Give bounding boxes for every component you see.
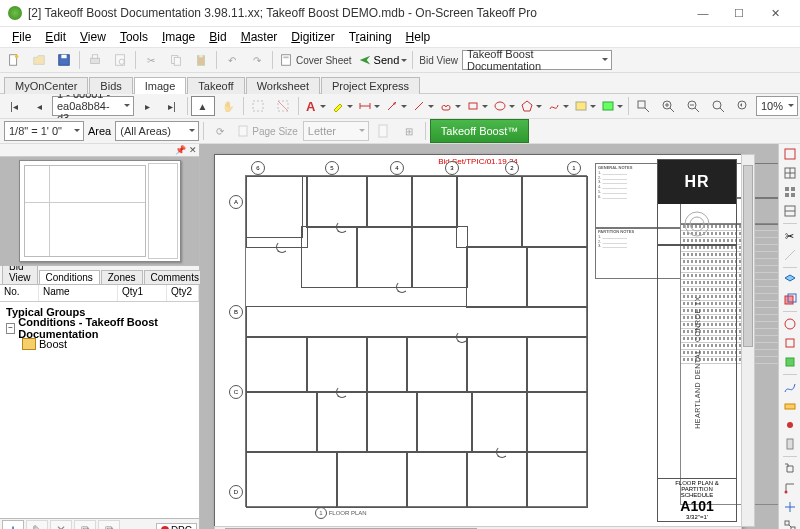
tab-image[interactable]: Image <box>134 77 187 94</box>
copy-button[interactable] <box>164 50 188 70</box>
zoom-in-button[interactable] <box>656 96 680 116</box>
named-view-tool[interactable] <box>572 96 598 116</box>
copy-condition-button[interactable]: ⧉ <box>98 520 120 529</box>
hotlink-tool[interactable] <box>599 96 625 116</box>
scale-combo[interactable]: 1/8" = 1' 0" <box>4 121 84 141</box>
menu-tools[interactable]: Tools <box>114 29 154 45</box>
tool-d[interactable] <box>782 379 798 395</box>
col-qty1[interactable]: Qty1 <box>118 285 167 301</box>
minimize-button[interactable]: — <box>686 3 720 23</box>
next-page-button[interactable]: ▸ <box>135 96 159 116</box>
cloud-tool[interactable] <box>437 96 463 116</box>
cover-sheet-button[interactable]: Cover Sheet <box>276 50 355 70</box>
maximize-button[interactable]: ☐ <box>722 3 756 23</box>
pin-icon[interactable]: 📌 ✕ <box>175 145 197 155</box>
menu-file[interactable]: File <box>6 29 37 45</box>
orientation-portrait[interactable] <box>371 121 395 141</box>
ellipse-tool[interactable] <box>491 96 517 116</box>
print-button[interactable] <box>83 50 107 70</box>
tool-j[interactable] <box>782 499 798 515</box>
text-annotation-tool[interactable]: A <box>302 96 328 116</box>
zoom-out-button[interactable] <box>681 96 705 116</box>
tab-takeoff[interactable]: Takeoff <box>187 77 244 94</box>
close-button[interactable]: ✕ <box>758 3 792 23</box>
edit-condition-button[interactable]: ✎ <box>26 520 48 529</box>
first-page-button[interactable]: |◂ <box>2 96 26 116</box>
left-tab-zones[interactable]: Zones <box>101 270 143 284</box>
zoom-combo[interactable]: 10% <box>756 96 798 116</box>
tool-f[interactable] <box>782 417 798 433</box>
duplicate-condition-button[interactable]: ⧉ <box>74 520 96 529</box>
page-size-button[interactable]: Page Size <box>234 121 301 141</box>
highlighter-tool[interactable] <box>329 96 355 116</box>
view-fit-button[interactable] <box>782 146 798 162</box>
tool-b[interactable] <box>782 335 798 351</box>
tool-i[interactable] <box>782 480 798 496</box>
takeoff-boost-button[interactable]: Takeoff Boost™ <box>430 119 529 143</box>
tool-k[interactable] <box>782 518 798 529</box>
deselect-tool[interactable] <box>271 96 295 116</box>
select-rect-tool[interactable] <box>246 96 270 116</box>
drawing-viewport[interactable]: Bid Set/TPIC/01.19.24 6 5 4 3 2 1 A B C … <box>200 144 778 529</box>
dimension-tool[interactable] <box>356 96 382 116</box>
pointer-tool[interactable]: ▲ <box>191 96 215 116</box>
area-combo[interactable]: (All Areas) <box>115 121 199 141</box>
rotate-button[interactable]: ⟳ <box>208 121 232 141</box>
tool-a[interactable] <box>782 316 798 332</box>
view-grid-button[interactable] <box>782 165 798 181</box>
vertical-scrollbar[interactable] <box>741 154 755 527</box>
zoom-extents-button[interactable] <box>706 96 730 116</box>
tab-bids[interactable]: Bids <box>89 77 132 94</box>
send-button[interactable]: Send <box>356 50 410 70</box>
menu-training[interactable]: Training <box>343 29 398 45</box>
left-tab-comments[interactable]: Comments <box>144 270 206 284</box>
new-button[interactable] <box>2 50 26 70</box>
view-thumbs-button[interactable] <box>782 184 798 200</box>
paste-button[interactable] <box>189 50 213 70</box>
polygon-tool[interactable] <box>518 96 544 116</box>
menu-digitizer[interactable]: Digitizer <box>285 29 340 45</box>
left-tab-conditions[interactable]: Conditions <box>39 270 100 284</box>
delete-condition-button[interactable]: ✕ <box>50 520 72 529</box>
add-condition-button[interactable]: + <box>2 520 24 529</box>
redo-button[interactable]: ↷ <box>245 50 269 70</box>
undo-button[interactable]: ↶ <box>220 50 244 70</box>
rectangle-tool[interactable] <box>464 96 490 116</box>
open-button[interactable] <box>27 50 51 70</box>
menu-master[interactable]: Master <box>235 29 284 45</box>
arrow-tool[interactable] <box>383 96 409 116</box>
menu-bid[interactable]: Bid <box>203 29 232 45</box>
overlay-button[interactable] <box>782 291 798 307</box>
tool-h[interactable] <box>782 461 798 477</box>
orientation-landscape[interactable]: ⊞ <box>397 121 421 141</box>
thumbnail-area[interactable] <box>0 157 199 266</box>
last-page-button[interactable]: ▸| <box>160 96 184 116</box>
bid-combo[interactable]: Takeoff Boost Documentation <box>462 50 612 70</box>
tree-conditions-root[interactable]: −Conditions - Takeoff Boost Documentatio… <box>0 320 199 336</box>
print-preview-button[interactable] <box>108 50 132 70</box>
page-combo[interactable]: 1 - 00001 - ea0a8b84-d3 <box>52 96 134 116</box>
measure-tool[interactable] <box>782 247 798 263</box>
paper-combo[interactable]: Letter <box>303 121 369 141</box>
tool-c[interactable] <box>782 354 798 370</box>
zoom-window-button[interactable] <box>631 96 655 116</box>
zoom-previous-button[interactable] <box>731 96 755 116</box>
tool-e[interactable] <box>782 398 798 414</box>
menu-view[interactable]: View <box>74 29 112 45</box>
prev-page-button[interactable]: ◂ <box>27 96 51 116</box>
line-tool[interactable] <box>410 96 436 116</box>
menu-help[interactable]: Help <box>400 29 437 45</box>
save-button[interactable] <box>52 50 76 70</box>
tab-project-express[interactable]: Project Express <box>321 77 420 94</box>
menu-edit[interactable]: Edit <box>39 29 72 45</box>
tool-g[interactable] <box>782 436 798 452</box>
layer-button[interactable] <box>782 272 798 288</box>
col-qty2[interactable]: Qty2 <box>167 285 199 301</box>
col-no[interactable]: No. <box>0 285 39 301</box>
tab-worksheet[interactable]: Worksheet <box>246 77 320 94</box>
cut-tool[interactable]: ✂ <box>782 228 798 244</box>
tab-myoncenter[interactable]: MyOnCenter <box>4 77 88 94</box>
col-name[interactable]: Name <box>39 285 118 301</box>
view-split-button[interactable] <box>782 203 798 219</box>
pan-tool[interactable]: ✋ <box>216 96 240 116</box>
